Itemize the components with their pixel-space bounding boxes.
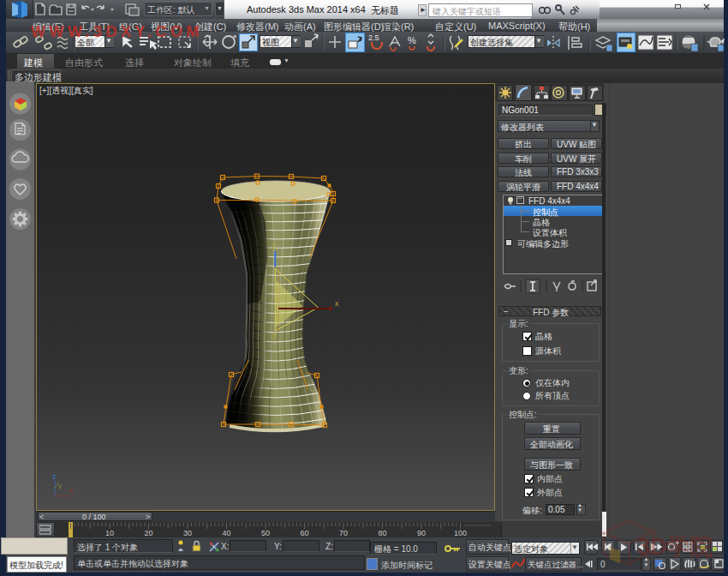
- svg-text:y: y: [272, 330, 277, 339]
- svg-text:100: 100: [454, 529, 467, 537]
- svg-text:80: 80: [378, 529, 386, 537]
- svg-text:x: x: [335, 299, 339, 308]
- svg-text:60: 60: [300, 529, 308, 537]
- svg-text:20: 20: [144, 529, 152, 537]
- svg-text:50: 50: [261, 529, 270, 537]
- svg-text:y: y: [58, 482, 62, 489]
- svg-text:%: %: [408, 35, 416, 45]
- svg-text:10: 10: [105, 529, 114, 537]
- svg-text:90: 90: [417, 529, 426, 537]
- svg-text:3D学院: 3D学院: [637, 534, 713, 560]
- svg-text:70: 70: [339, 529, 348, 537]
- svg-text:x: x: [69, 486, 74, 495]
- svg-text:40: 40: [222, 529, 230, 537]
- svg-text:30: 30: [183, 529, 192, 537]
- svg-text:z: z: [272, 242, 277, 250]
- svg-text:z: z: [52, 472, 57, 481]
